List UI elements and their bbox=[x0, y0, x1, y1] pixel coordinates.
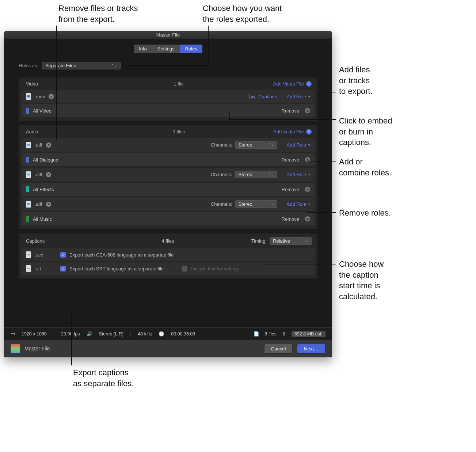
remove-file-button[interactable]: ✕ bbox=[49, 94, 54, 99]
channels-select[interactable]: Stereo ⌃⌄ bbox=[235, 200, 277, 208]
role-name: All Video bbox=[33, 108, 278, 114]
remove-file-button[interactable]: ✕ bbox=[46, 172, 51, 177]
chevron-updown-icon: ⌃⌄ bbox=[302, 239, 308, 243]
remove-role-button[interactable]: Remove bbox=[282, 108, 299, 114]
audio-file-count: 3 files bbox=[84, 129, 273, 134]
role-color-swatch bbox=[26, 108, 29, 114]
remove-file-button[interactable]: ✕ bbox=[46, 202, 51, 207]
file-icon: 📄 bbox=[254, 331, 259, 337]
audio-role-row: All Music Remove ✕ bbox=[22, 212, 315, 225]
add-role-label: Add Role bbox=[287, 94, 306, 99]
chevron-updown-icon: ⌃⌄ bbox=[268, 202, 274, 206]
status-resolution: 1920 x 1080 bbox=[22, 331, 47, 337]
chevron-updown-icon: ⌃⌄ bbox=[268, 143, 274, 147]
channels-select[interactable]: Stereo ⌃⌄ bbox=[235, 141, 277, 149]
video-file-row: .mov ✕ Captions Add Role ▾ bbox=[22, 90, 315, 103]
captions-label: Captions bbox=[258, 94, 277, 99]
add-role-label: Add Role bbox=[287, 142, 306, 148]
next-button[interactable]: Next… bbox=[297, 344, 325, 354]
callout-add-combine-roles: Add or combine roles. bbox=[339, 156, 391, 178]
video-file-ext: .mov bbox=[35, 94, 45, 99]
add-role-label: Add Role bbox=[287, 172, 306, 177]
remove-role-button[interactable]: Remove bbox=[282, 216, 299, 222]
caption-file-ext: .srt bbox=[35, 266, 57, 271]
captions-section: Captions 4 files Timing: Relative ⌃⌄ .sc… bbox=[19, 233, 317, 278]
monitor-icon: 🖥 bbox=[282, 331, 286, 337]
audio-file-icon bbox=[26, 142, 31, 148]
tab-bar: Info Settings Roles bbox=[4, 45, 332, 53]
audio-file-icon bbox=[26, 171, 31, 178]
add-video-file-label: Add Video File bbox=[273, 81, 304, 87]
captions-file-count: 4 files bbox=[92, 238, 244, 244]
video-role-row: All Video Remove ✕ bbox=[22, 104, 315, 117]
audio-role-row: All Effects Remove ✕ bbox=[22, 183, 315, 196]
speaker-icon: 🔊 bbox=[87, 331, 92, 337]
role-name: All Effects bbox=[33, 187, 278, 192]
captions-icon bbox=[250, 94, 256, 99]
role-color-swatch bbox=[26, 216, 29, 222]
audio-file-ext: .aiff bbox=[35, 201, 42, 207]
roles-as-select[interactable]: Separate Files ⌃⌄ bbox=[42, 62, 121, 69]
audio-file-row: .aiff ✕ Channels: Stereo ⌃⌄ Add Role ▾ bbox=[22, 138, 315, 152]
window-title: Master File bbox=[4, 31, 332, 39]
status-timecode: 00:00:36:03 bbox=[171, 331, 195, 337]
add-role-button[interactable]: Add Role ▾ bbox=[287, 142, 310, 148]
roles-as-label: Roles as: bbox=[19, 63, 38, 68]
captions-button[interactable]: Captions bbox=[250, 94, 277, 99]
audio-section: Audio 3 files Add Audio File + .aiff ✕ C… bbox=[19, 125, 317, 229]
export-window: Master File Info Settings Roles Roles as… bbox=[4, 31, 332, 357]
role-name: All Music bbox=[33, 216, 278, 222]
audio-file-ext: .aiff bbox=[35, 142, 42, 148]
audio-role-row: All Dialogue Remove ✕ bbox=[22, 153, 315, 166]
add-role-button[interactable]: Add Role ▾ bbox=[287, 94, 310, 99]
callout-export-captions: Export captions as separate files. bbox=[73, 367, 134, 389]
include-text-formatting-checkbox[interactable]: ✓ bbox=[182, 266, 187, 271]
add-video-file-button[interactable]: Add Video File + bbox=[273, 81, 312, 87]
audio-file-icon bbox=[26, 201, 31, 208]
clock-icon: 🕒 bbox=[159, 331, 164, 337]
footer-title: Master File bbox=[24, 346, 50, 352]
cancel-button[interactable]: Cancel bbox=[264, 344, 293, 354]
audio-file-row: .aiff ✕ Channels: Stereo ⌃⌄ Add Role ▾ bbox=[22, 197, 315, 211]
callout-add-files: Add files or tracks to export. bbox=[339, 64, 373, 97]
close-icon[interactable]: ✕ bbox=[305, 187, 310, 192]
chevron-updown-icon: ⌃⌄ bbox=[111, 64, 117, 67]
channels-select[interactable]: Stereo ⌃⌄ bbox=[235, 171, 277, 178]
close-icon[interactable]: ✕ bbox=[305, 216, 310, 221]
preset-thumbnail bbox=[11, 344, 20, 353]
export-srt-checkbox[interactable]: ✓ bbox=[60, 266, 66, 271]
channels-value: Stereo bbox=[239, 142, 252, 148]
caption-file-icon bbox=[26, 251, 31, 258]
timing-select[interactable]: Relative ⌃⌄ bbox=[270, 237, 312, 245]
tab-info[interactable]: Info bbox=[134, 45, 152, 53]
video-file-count: 1 file bbox=[84, 81, 273, 87]
footer: Master File Cancel Next… bbox=[4, 340, 332, 357]
include-text-formatting-label: Include text formatting bbox=[191, 266, 238, 271]
video-section: Video 1 file Add Video File + .mov ✕ Cap… bbox=[19, 77, 317, 121]
channels-value: Stereo bbox=[239, 172, 252, 177]
caption-file-icon bbox=[26, 265, 31, 272]
audio-file-ext: .aiff bbox=[35, 172, 42, 177]
add-audio-file-label: Add Audio File bbox=[273, 129, 304, 134]
channels-label: Channels: bbox=[211, 172, 232, 177]
captions-section-title: Captions bbox=[26, 238, 84, 244]
add-audio-file-button[interactable]: Add Audio File + bbox=[273, 129, 312, 134]
callout-embed-captions: Click to embed or burn in captions. bbox=[339, 115, 392, 148]
close-icon[interactable]: ✕ bbox=[305, 108, 310, 113]
chevron-down-icon: ▾ bbox=[308, 172, 310, 176]
timing-label: Timing: bbox=[251, 238, 267, 244]
roles-as-value: Separate Files bbox=[45, 63, 76, 68]
remove-role-button[interactable]: Remove bbox=[282, 157, 299, 163]
audio-file-row: .aiff ✕ Channels: Stereo ⌃⌄ Add Role ▾ bbox=[22, 168, 315, 181]
tab-settings[interactable]: Settings bbox=[152, 45, 180, 53]
add-role-button[interactable]: Add Role ▾ bbox=[287, 172, 310, 177]
remove-role-button[interactable]: Remove bbox=[282, 187, 299, 192]
export-scc-label: Export each CEA-608 language as a separa… bbox=[69, 252, 174, 258]
remove-file-button[interactable]: ✕ bbox=[46, 143, 51, 148]
export-scc-checkbox[interactable]: ✓ bbox=[60, 252, 66, 258]
callout-caption-timing: Choose how the caption start time is cal… bbox=[339, 259, 384, 302]
status-bar: ▭ 1920 x 1080 | 23.98 fps 🔊 Stereo (L R)… bbox=[4, 327, 332, 340]
tab-roles[interactable]: Roles bbox=[180, 45, 202, 53]
add-role-button[interactable]: Add Role ▾ bbox=[287, 201, 310, 207]
chevron-updown-icon: ⌃⌄ bbox=[268, 173, 274, 176]
